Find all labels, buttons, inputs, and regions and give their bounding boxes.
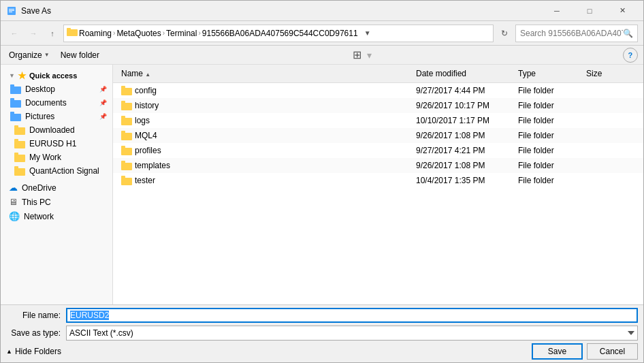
col-name[interactable]: Name ▲ (118, 66, 413, 81)
file-cell-name: MQL4 (118, 131, 413, 140)
sidebar-item-network[interactable]: 🌐 Network (1, 209, 112, 223)
filename-row: File name: (6, 308, 638, 323)
folder-icon (14, 139, 25, 148)
dialog-title: Save As (21, 6, 541, 16)
save-button[interactable]: Save (532, 343, 583, 360)
file-cell-modified: 10/10/2017 1:17 PM (413, 116, 515, 125)
svg-rect-27 (121, 131, 125, 133)
main-content: ▼ ★ Quick access Desktop 📌 Documents 📌 (1, 65, 643, 304)
file-list-area: Name ▲ Date modified Type Size config (113, 65, 643, 304)
svg-rect-18 (14, 168, 25, 176)
up-button[interactable]: ↑ (44, 25, 61, 42)
file-list-header: Name ▲ Date modified Type Size (113, 65, 643, 83)
sidebar-item-my-work[interactable]: My Work (1, 151, 112, 164)
svg-rect-14 (14, 141, 25, 148)
search-input[interactable] (520, 29, 623, 38)
svg-rect-13 (14, 125, 18, 128)
sidebar-item-onedrive[interactable]: ☁ OneDrive (1, 180, 112, 195)
table-row[interactable]: config 9/27/2017 4:44 PM File folder (113, 83, 643, 98)
address-toolbar: ← → ↑ Roaming › MetaQuotes › Terminal › … (1, 21, 643, 46)
folder-icon (10, 84, 21, 94)
collapse-arrow: ▼ (9, 72, 15, 79)
maximize-button[interactable]: □ (574, 4, 605, 18)
sidebar-item-quantaction-signal[interactable]: QuantAction Signal (1, 164, 112, 178)
organize-dropdown-arrow: ▼ (44, 52, 50, 58)
file-cell-name: tester (118, 176, 413, 185)
window-controls: ─ □ ✕ (541, 4, 638, 18)
folder-icon (14, 125, 25, 135)
table-row[interactable]: MQL4 9/26/2017 1:08 PM File folder (113, 128, 643, 143)
col-modified[interactable]: Date modified (413, 66, 515, 81)
crumb-guid[interactable]: 915566BA06ADA407569C544CC0D97611 (202, 29, 358, 38)
col-type[interactable]: Type (515, 66, 583, 81)
sort-arrow: ▲ (145, 72, 150, 78)
view-button[interactable]: ⊞ (353, 48, 361, 61)
svg-rect-7 (10, 84, 14, 87)
svg-rect-29 (121, 146, 125, 148)
sidebar-item-eurusd-h1[interactable]: EURUSD H1 (1, 137, 112, 151)
thispc-icon: 🖥 (9, 197, 18, 207)
file-cell-modified: 9/27/2017 4:21 PM (413, 146, 515, 155)
svg-rect-33 (121, 176, 125, 178)
svg-rect-10 (10, 114, 21, 121)
quick-access-header[interactable]: ▼ ★ Quick access (1, 67, 112, 82)
crumb-roaming[interactable]: Roaming (79, 29, 112, 38)
file-list: config 9/27/2017 4:44 PM File folder his… (113, 83, 643, 304)
svg-rect-3 (9, 12, 12, 12)
cancel-button[interactable]: Cancel (587, 343, 638, 360)
address-dropdown-button[interactable]: ▼ (361, 25, 374, 42)
folder-row-icon (121, 131, 132, 140)
table-row[interactable]: tester 10/4/2017 1:35 PM File folder (113, 173, 643, 188)
svg-rect-2 (9, 10, 14, 11)
col-size[interactable]: Size (583, 66, 638, 81)
file-cell-name: profiles (118, 146, 413, 155)
svg-rect-20 (121, 88, 132, 95)
file-cell-name: config (118, 86, 413, 95)
file-cell-type: File folder (515, 86, 583, 95)
folder-icon (10, 112, 21, 121)
view-divider: ▾ (367, 50, 372, 61)
file-name-input[interactable] (66, 308, 638, 323)
table-row[interactable]: history 9/26/2017 10:17 PM File folder (113, 98, 643, 113)
pin-icon: 📌 (99, 86, 107, 93)
svg-rect-32 (121, 178, 132, 185)
hide-folders-arrow: ▲ (6, 348, 12, 355)
address-bar[interactable]: Roaming › MetaQuotes › Terminal › 915566… (63, 25, 494, 42)
back-button[interactable]: ← (6, 25, 22, 42)
filetype-row: Save as type: ASCII Text (*.csv) CSV (*.… (6, 326, 638, 341)
table-row[interactable]: logs 10/10/2017 1:17 PM File folder (113, 113, 643, 128)
sidebar-item-this-pc[interactable]: 🖥 This PC (1, 195, 112, 209)
sidebar-item-documents[interactable]: Documents 📌 (1, 96, 112, 110)
network-icon: 🌐 (9, 211, 20, 221)
file-cell-type: File folder (515, 131, 583, 140)
crumb-metaquotes[interactable]: MetaQuotes (116, 29, 161, 38)
refresh-button[interactable]: ↻ (496, 25, 513, 42)
table-row[interactable]: templates 9/26/2017 1:08 PM File folder (113, 158, 643, 173)
svg-rect-26 (121, 133, 132, 140)
svg-rect-19 (14, 166, 18, 169)
file-cell-modified: 9/26/2017 1:08 PM (413, 161, 515, 170)
folder-row-icon (121, 86, 132, 95)
sidebar-item-pictures[interactable]: Pictures 📌 (1, 110, 112, 123)
minimize-button[interactable]: ─ (541, 4, 573, 18)
quick-access-section: ▼ ★ Quick access Desktop 📌 Documents 📌 (1, 67, 112, 178)
file-cell-type: File folder (515, 116, 583, 125)
help-button[interactable]: ? (623, 48, 638, 63)
forward-button[interactable]: → (25, 25, 42, 42)
quick-access-label: Quick access (29, 72, 77, 80)
hide-folders-button[interactable]: ▲ Hide Folders (6, 347, 61, 356)
close-button[interactable]: ✕ (607, 4, 638, 18)
file-cell-modified: 9/27/2017 4:44 PM (413, 86, 515, 95)
organize-button[interactable]: Organize ▼ (6, 47, 52, 63)
new-folder-button[interactable]: New folder (58, 47, 102, 63)
table-row[interactable]: profiles 9/27/2017 4:21 PM File folder (113, 143, 643, 158)
sidebar-item-downloaded[interactable]: Downloaded (1, 123, 112, 137)
svg-rect-25 (121, 116, 125, 119)
save-as-type-select[interactable]: ASCII Text (*.csv) CSV (*.csv) Excel (*.… (66, 326, 638, 341)
folder-row-icon (121, 146, 132, 155)
crumb-terminal[interactable]: Terminal (166, 29, 197, 38)
sidebar-item-desktop[interactable]: Desktop 📌 (1, 82, 112, 96)
quick-access-icon: ★ (18, 70, 27, 81)
svg-rect-12 (14, 127, 25, 135)
folder-row-icon (121, 101, 132, 110)
